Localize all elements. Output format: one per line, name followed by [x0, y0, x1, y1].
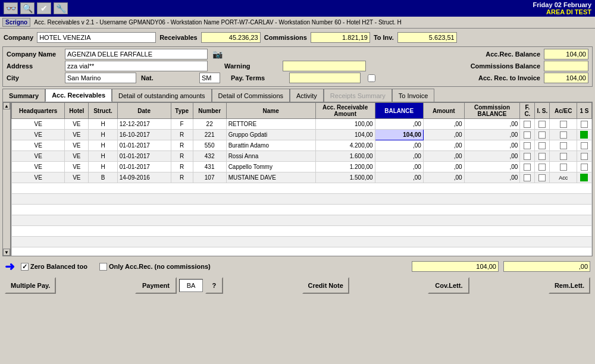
cell-acec	[550, 130, 577, 140]
acc-rec-balance-value[interactable]	[544, 49, 588, 59]
cell-date: 16-10-2017	[117, 130, 171, 140]
table-row-empty	[12, 183, 592, 194]
cell-s	[577, 162, 591, 172]
cell-comm-balance: ,00	[464, 119, 520, 130]
cell-is	[535, 151, 550, 162]
tab-activity[interactable]: Activity	[290, 89, 324, 102]
cell-type: R	[171, 162, 193, 172]
cell-acec	[550, 119, 577, 130]
cell-number: 22	[193, 119, 226, 130]
cell-name: Gruppo Gpdati	[226, 130, 315, 140]
scroll-up-btn[interactable]: ▲	[3, 102, 10, 109]
cell-hotel: VE	[65, 130, 89, 140]
cell-number: 221	[193, 130, 226, 140]
table-row[interactable]: VE VE H 01-01-2017 R 550 Burattin Adamo …	[12, 140, 592, 151]
table-row[interactable]: VE VE H 16-10-2017 R 221 Gruppo Gpdati 1…	[12, 130, 592, 140]
warning-label: Warning	[224, 62, 278, 70]
icon-checkmark: ✔	[37, 2, 51, 14]
table-row[interactable]: VE VE H 01-01-2017 R 431 Cappello Tommy …	[12, 162, 592, 172]
total-value-1[interactable]	[412, 261, 499, 272]
top-row: Company Receivables Commissions To Inv.	[2, 31, 593, 44]
payment-button[interactable]: Payment	[135, 277, 177, 294]
details-row-3: City Nat. Pay. Terms Acc. Rec. to Invoic…	[7, 73, 588, 83]
cell-name: RETTORE	[226, 119, 315, 130]
rem-lett-button[interactable]: Rem.Lett.	[549, 277, 590, 294]
only-acc-rec-checkbox[interactable]	[99, 263, 107, 271]
zero-balanced-label: ✓ Zero Balanced too	[21, 263, 87, 271]
pay-terms-label: Pay. Terms	[231, 74, 284, 81]
data-table-container: Headquarters Hotel Struct. Date Type Num…	[11, 102, 593, 256]
table-area: ▲ ▼ Headquarters Hotel Struct. Date Type…	[2, 102, 593, 256]
total-value-2[interactable]	[503, 261, 590, 272]
th-date: Date	[117, 103, 171, 119]
credit-note-button[interactable]: Credit Note	[302, 277, 349, 294]
to-inv-input[interactable]	[397, 32, 457, 43]
pay-terms-checkbox[interactable]	[368, 74, 375, 82]
cell-acc-rec-amount: 4.200,00	[315, 140, 375, 151]
table-row[interactable]: VE VE B 14-09-2016 R 107 MUSTAINE DAVE 1…	[12, 172, 592, 183]
cell-type: R	[171, 151, 193, 162]
th-is: I. S.	[535, 103, 550, 119]
acc-rec-invoice-value[interactable]	[544, 73, 588, 83]
table-row-empty	[12, 194, 592, 205]
table-row[interactable]: VE VE H 12-12-2017 F 22 RETTORE 100,00 ,…	[12, 119, 592, 130]
company-input[interactable]	[37, 32, 156, 43]
app-logo: Scrigno	[2, 18, 30, 27]
left-scroll[interactable]: ▲ ▼	[2, 102, 11, 256]
commissions-input[interactable]	[311, 32, 370, 43]
cell-hq: VE	[12, 130, 65, 140]
icon-tools: 🔧	[54, 2, 68, 14]
pay-terms-input[interactable]	[289, 73, 361, 83]
th-fc: F. C.	[520, 103, 535, 119]
receivables-input[interactable]	[201, 32, 261, 43]
commissions-balance-value[interactable]	[544, 61, 588, 71]
cell-fc	[520, 172, 535, 183]
cell-s	[577, 119, 591, 130]
cell-amount: ,00	[423, 151, 464, 162]
tab-detail-outstanding[interactable]: Detail of outstanding amounts	[112, 89, 212, 102]
company-name-input[interactable]	[65, 49, 208, 59]
scroll-down-btn[interactable]: ▼	[3, 249, 10, 256]
question-mark-button[interactable]: ?	[205, 277, 223, 294]
city-input[interactable]	[65, 73, 136, 83]
cell-number: 107	[193, 172, 226, 183]
address-input[interactable]	[65, 61, 208, 71]
cell-amount: ,00	[423, 140, 464, 151]
table-row[interactable]: VE VE H 01-01-2017 R 432 Rossi Anna 1.60…	[12, 151, 592, 162]
cov-lett-button[interactable]: Cov.Lett.	[428, 277, 469, 294]
city-label: City	[7, 74, 60, 81]
details-row-2: Address Warning Commissions Balance	[7, 61, 588, 71]
acc-rec-invoice-label: Acc. Rec. to Invoice	[478, 74, 540, 81]
main-container: Company Receivables Commissions To Inv. …	[0, 29, 595, 364]
cell-s	[577, 151, 591, 162]
cell-is	[535, 140, 550, 151]
cell-acc-rec-amount: 104,00	[315, 130, 375, 140]
cell-hq: VE	[12, 162, 65, 172]
status-row: ➜ ✓ Zero Balanced too Only Acc.Rec. (no …	[2, 258, 593, 275]
th-number: Number	[193, 103, 226, 119]
cell-struct: B	[89, 172, 117, 183]
cell-hotel: VE	[65, 151, 89, 162]
zero-balanced-checkbox[interactable]: ✓	[21, 263, 29, 271]
tab-summary[interactable]: Summary	[2, 89, 45, 102]
table-row-empty	[12, 215, 592, 226]
tab-acc-receivables[interactable]: Acc. Receivables	[45, 89, 112, 102]
th-acec: Ac/EC	[550, 103, 577, 119]
warning-input[interactable]	[283, 61, 366, 71]
cell-fc	[520, 119, 535, 130]
cell-hotel: VE	[65, 140, 89, 151]
tab-detail-commissions[interactable]: Detail of Commissions	[212, 89, 290, 102]
th-comm-balance: Commission BALANCE	[464, 103, 520, 119]
title-icons: 👓 🔍 ✔ 🔧	[4, 2, 68, 14]
icon-glasses: 👓	[4, 2, 18, 14]
cell-number: 550	[193, 140, 226, 151]
nat-input[interactable]	[199, 73, 220, 83]
cell-acc-rec-amount: 100,00	[315, 119, 375, 130]
only-acc-rec-label: Only Acc.Rec. (no commissions)	[99, 263, 211, 271]
title-date-area: Friday 02 February AREA DI TEST	[533, 1, 591, 15]
payment-code-input[interactable]	[179, 279, 203, 292]
multiple-pay-button[interactable]: Multiple Pay.	[5, 277, 56, 294]
th-hotel: Hotel	[65, 103, 89, 119]
details-row-1: Company Name 📷 Acc.Rec. Balance	[7, 49, 588, 59]
tab-to-invoice[interactable]: To Invoice	[392, 89, 435, 102]
